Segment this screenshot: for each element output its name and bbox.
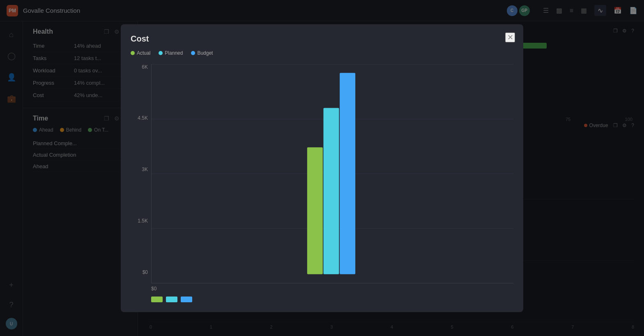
grid-line-top: [152, 64, 513, 65]
swatch-budget: [181, 297, 192, 302]
actual-legend-label: Actual: [137, 50, 150, 56]
budget-legend-label: Budget: [197, 50, 213, 56]
modal-overlay[interactable]: Cost ✕ Actual Planned Budget 6K: [0, 0, 644, 336]
actual-legend-dot: [131, 51, 135, 55]
y-1-5k: 1.5K: [131, 218, 148, 224]
legend-actual: Actual: [131, 50, 150, 56]
modal-title: Cost: [131, 34, 513, 44]
chart-area: 6K 4.5K 3K 1.5K $0: [131, 64, 513, 292]
grid-line-50: [152, 174, 513, 174]
chart-legend: Actual Planned Budget: [131, 50, 513, 56]
y-3k: 3K: [131, 167, 148, 172]
chart-inner: 6K 4.5K 3K 1.5K $0: [131, 64, 513, 283]
swatch-planned: [166, 297, 177, 302]
planned-legend-label: Planned: [165, 50, 183, 56]
y-4-5k: 4.5K: [131, 115, 148, 121]
grid-lines: [152, 64, 513, 283]
cost-modal: Cost ✕ Actual Planned Budget 6K: [121, 24, 523, 312]
y-6k: 6K: [131, 64, 148, 70]
modal-close-button[interactable]: ✕: [505, 32, 515, 42]
grid-line-25: [152, 119, 513, 119]
x-axis: $0: [131, 286, 513, 292]
legend-budget: Budget: [191, 50, 213, 56]
planned-legend-dot: [159, 51, 163, 55]
y-axis: 6K 4.5K 3K 1.5K $0: [131, 64, 151, 283]
chart-bars-area: [151, 64, 513, 283]
bottom-swatches: [131, 297, 513, 302]
x-0: $0: [151, 286, 156, 292]
legend-planned: Planned: [159, 50, 183, 56]
swatch-actual: [151, 297, 163, 302]
budget-legend-dot: [191, 51, 195, 55]
y-0: $0: [131, 269, 148, 275]
grid-line-75: [152, 228, 513, 229]
